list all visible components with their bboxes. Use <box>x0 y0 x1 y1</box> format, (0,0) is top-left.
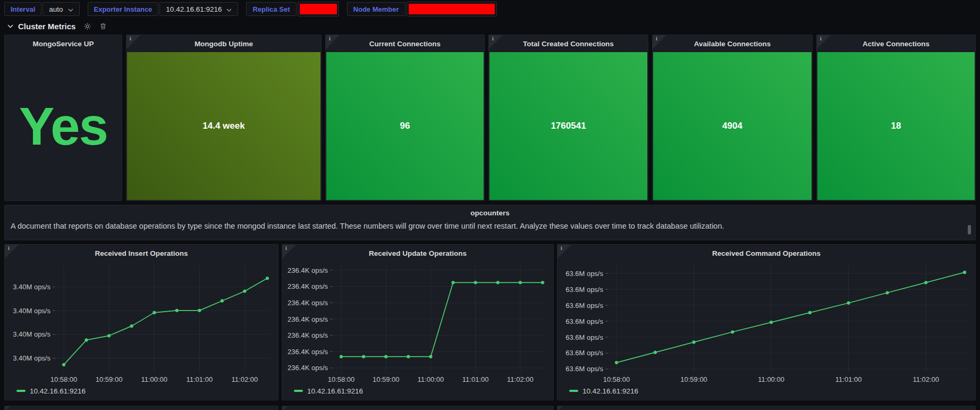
legend-label[interactable]: 10.42.16.61:9216 <box>307 387 363 395</box>
data-point <box>808 311 812 314</box>
y-tick-label: 63.6M ops/s <box>565 333 603 341</box>
scrollbar-thumb[interactable] <box>968 225 971 235</box>
data-point <box>62 363 65 366</box>
y-tick-label: 63.6M ops/s <box>565 286 603 294</box>
chevron-down-icon[interactable] <box>7 24 13 28</box>
x-tick-label: 11:00:00 <box>758 375 784 383</box>
legend-label[interactable]: 10.42.16.61:9216 <box>30 387 86 395</box>
info-icon: i <box>820 36 822 41</box>
stat-panel-title[interactable]: Total Created Connections <box>523 40 614 48</box>
data-point <box>221 299 224 303</box>
data-point <box>266 277 269 280</box>
stat-panel-title[interactable]: MongoService UP <box>33 40 94 48</box>
trash-icon[interactable] <box>99 22 107 30</box>
data-point <box>362 355 365 358</box>
y-tick-label: 236.4K ops/s <box>288 331 328 339</box>
stat-panel-body: 1760541 <box>489 52 647 200</box>
info-corner[interactable] <box>326 35 340 49</box>
stat-panel-available-connections: iAvailable Connections4904 <box>652 35 813 201</box>
y-tick-label: 236.4K ops/s <box>288 348 328 356</box>
data-point <box>731 330 734 333</box>
y-tick-label: 236.4K ops/s <box>288 315 328 323</box>
y-tick-label: 63.6M ops/s <box>565 302 603 309</box>
data-point <box>963 271 966 274</box>
data-point <box>519 281 522 284</box>
variables-bar: IntervalautoExporter Instance10.42.16.61… <box>4 2 497 16</box>
next-row-panel-top <box>557 406 976 410</box>
chart-title[interactable]: Received Command Operations <box>557 249 975 257</box>
info-icon: i <box>130 36 131 41</box>
stat-panel-total-created-connections: iTotal Created Connections1760541 <box>488 35 648 201</box>
legend-label[interactable]: 10.42.16.61:9216 <box>582 387 638 395</box>
data-point <box>130 324 133 328</box>
gear-icon[interactable] <box>83 22 91 30</box>
data-point <box>85 338 88 341</box>
chart-plot: 236.4K ops/s236.4K ops/s236.4K ops/s236.… <box>282 258 553 401</box>
variable-value-interval[interactable]: auto <box>43 2 79 16</box>
stat-value: Yes <box>19 99 107 153</box>
stat-panel-body: 96 <box>326 52 484 200</box>
info-corner[interactable] <box>653 35 666 49</box>
variable-label-replica-set: Replica Set <box>246 2 296 16</box>
stat-panel-header: iMongodb Uptime <box>126 35 321 52</box>
x-tick-label: 10:58:00 <box>603 375 630 383</box>
stat-panel-title[interactable]: Active Connections <box>863 40 930 48</box>
chart-panel-2: iReceived Update Operations236.4K ops/s2… <box>282 244 554 400</box>
chart-plot: 3.40M ops/s3.40M ops/s3.40M ops/s3.40M o… <box>5 258 278 401</box>
text-panel-title[interactable]: opcounters <box>5 209 975 217</box>
info-corner[interactable] <box>126 35 140 49</box>
stat-panel-header: MongoService UP <box>5 35 122 52</box>
info-icon: i <box>329 36 331 41</box>
chart-panel-1: iReceived Insert Operations3.40M ops/s3.… <box>4 244 278 400</box>
legend-swatch <box>16 390 26 392</box>
info-corner[interactable] <box>817 35 831 49</box>
data-point <box>451 281 454 284</box>
stat-panel-header: iAvailable Connections <box>653 35 812 52</box>
x-tick-label: 11:02:00 <box>232 375 258 383</box>
redacted-value-box <box>300 4 337 14</box>
data-point <box>474 281 477 284</box>
series-line <box>616 272 965 363</box>
variable-value-text: auto <box>49 5 63 13</box>
info-corner[interactable] <box>489 35 503 49</box>
y-tick-label: 63.6M ops/s <box>565 270 603 278</box>
data-point <box>175 309 179 312</box>
chart-plot: 63.6M ops/s63.6M ops/s63.6M ops/s63.6M o… <box>557 258 975 401</box>
series-line <box>341 282 543 356</box>
stat-panel-active-connections: iActive Connections18 <box>816 35 976 201</box>
redacted-value-box <box>409 4 495 14</box>
stat-value: 18 <box>891 121 901 131</box>
x-tick-label: 11:01:00 <box>462 375 489 383</box>
stat-panel-current-connections: iCurrent Connections96 <box>325 35 485 201</box>
variable-value-replica-set[interactable] <box>298 2 339 16</box>
variable-replica-set: Replica Set <box>246 2 339 16</box>
row-title[interactable]: Cluster Metrics <box>18 22 75 31</box>
stat-panel-body: 18 <box>817 52 975 200</box>
data-point <box>541 281 544 284</box>
variable-value-node-member[interactable] <box>407 2 497 16</box>
stat-panel-title[interactable]: Available Connections <box>694 40 771 48</box>
x-tick-label: 10:59:00 <box>373 375 400 383</box>
next-row-panel-top <box>282 406 554 410</box>
chart-title[interactable]: Received Update Operations <box>282 249 553 257</box>
chart-title[interactable]: Received Insert Operations <box>5 249 278 257</box>
data-point <box>153 311 156 314</box>
y-tick-label: 236.4K ops/s <box>288 266 328 274</box>
chart-panel-3: iReceived Command Operations63.6M ops/s6… <box>557 244 976 400</box>
text-panel-body: A document that reports on database oper… <box>11 222 961 230</box>
stat-value: 1760541 <box>551 121 586 131</box>
stat-panel-title[interactable]: Current Connections <box>369 40 441 48</box>
chevron-down-icon <box>226 5 232 13</box>
row-header-cluster-metrics[interactable]: Cluster Metrics <box>4 20 107 32</box>
stat-value: 14.4 week <box>202 121 244 131</box>
variable-value-exporter-instance[interactable]: 10.42.16.61:9216 <box>159 2 238 16</box>
y-tick-label: 236.4K ops/s <box>288 299 328 307</box>
stat-panel-title[interactable]: Mongodb Uptime <box>195 40 253 48</box>
series-line <box>64 278 267 365</box>
variable-label-exporter-instance: Exporter Instance <box>88 2 159 16</box>
stat-panel-header: iActive Connections <box>817 35 975 52</box>
stat-panel-header: iTotal Created Connections <box>489 35 648 52</box>
data-point <box>847 302 850 305</box>
x-tick-label: 10:59:00 <box>680 375 707 383</box>
data-point <box>407 355 410 358</box>
